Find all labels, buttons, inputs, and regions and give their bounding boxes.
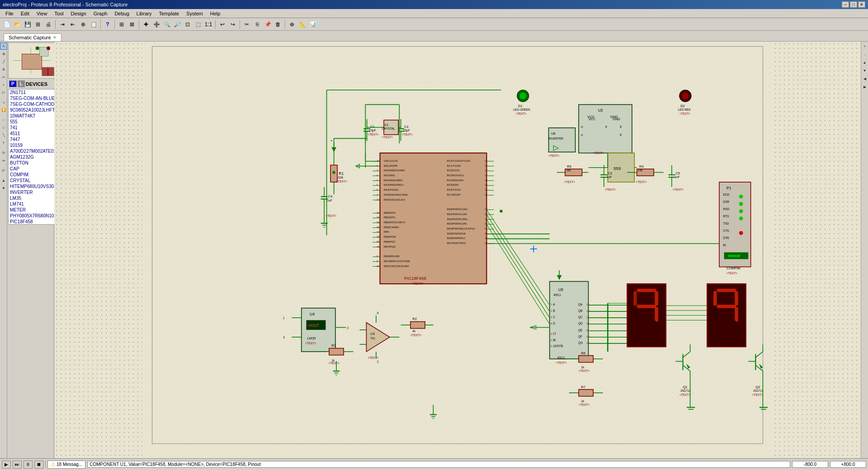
tb-open[interactable]: 📂: [12, 19, 22, 29]
device-item[interactable]: 555: [9, 119, 61, 125]
circle-tool[interactable]: ○: [0, 116, 7, 123]
step-button[interactable]: ⏭: [13, 461, 22, 469]
device-item[interactable]: CAP: [9, 166, 61, 172]
menu-debug[interactable]: Debug: [111, 10, 132, 17]
menu-tool[interactable]: Tool: [51, 10, 67, 17]
device-item[interactable]: 9C08052A1002JLHFT: [9, 107, 61, 113]
tb-grid1[interactable]: ⊞: [117, 19, 127, 29]
menu-template[interactable]: Template: [155, 10, 183, 17]
device-item[interactable]: LM741: [9, 201, 61, 207]
flip-tool[interactable]: ⇔: [0, 157, 7, 164]
tb-print[interactable]: 🖨: [43, 19, 53, 29]
device-item[interactable]: PHY0805X7R680N10: [9, 213, 61, 219]
text-tool[interactable]: T: [0, 139, 7, 146]
stop-button[interactable]: ⏹: [34, 461, 43, 469]
tb-zoom-in[interactable]: 🔍: [162, 19, 172, 29]
menu-help[interactable]: Help: [207, 10, 224, 17]
tb-zoom-all[interactable]: ⊡: [183, 19, 193, 29]
device-item[interactable]: HITEMP680U10VS30M: [9, 183, 61, 189]
device-item[interactable]: 7SEG-COM-CATHODE: [9, 101, 61, 107]
label-tool[interactable]: A: [0, 66, 7, 73]
move-down-tool[interactable]: ▼: [0, 184, 7, 192]
device-item[interactable]: INVERTER: [9, 189, 61, 195]
device-item[interactable]: 7SEG-COM-AN-BLUE: [9, 95, 61, 101]
device-item[interactable]: AGM1232G: [9, 154, 61, 160]
device-item[interactable]: BUTTON: [9, 160, 61, 166]
tb-help[interactable]: ?: [103, 19, 113, 29]
rt-pan-left[interactable]: ◀: [861, 75, 868, 82]
tb-import[interactable]: ⇥: [57, 19, 67, 29]
rt-pan-down[interactable]: ▼: [861, 67, 868, 74]
ground-tool[interactable]: ⏬: [0, 106, 7, 113]
device-list[interactable]: 2N1711 7SEG-COM-AN-BLUE 7SEG-COM-CATHODE…: [8, 89, 61, 225]
menu-library[interactable]: Library: [133, 10, 156, 17]
tb-redo[interactable]: ↪: [228, 19, 238, 29]
menu-graph[interactable]: Graph: [90, 10, 111, 17]
tb-cut[interactable]: ✂: [242, 19, 252, 29]
tb-zoom-out[interactable]: 🔎: [172, 19, 182, 29]
device-p-button[interactable]: P: [9, 80, 17, 87]
menu-edit[interactable]: Edit: [17, 10, 33, 17]
tb-copy2[interactable]: ⎘: [252, 19, 262, 29]
device-l-button[interactable]: L: [18, 80, 25, 87]
rotate-tool[interactable]: ↻: [0, 149, 7, 156]
tb-export[interactable]: ⇤: [68, 19, 78, 29]
line-tool[interactable]: ╲: [0, 132, 7, 139]
play-button[interactable]: ▶: [2, 461, 11, 469]
pause-button[interactable]: ⏸: [24, 461, 33, 469]
rt-zoom-out[interactable]: -: [861, 51, 868, 58]
junction-tool[interactable]: •: [0, 81, 7, 88]
rt-pan-right[interactable]: ▶: [861, 83, 868, 90]
device-item[interactable]: 7447: [9, 136, 61, 142]
tab-schematic-capture[interactable]: Schematic Capture ✕: [4, 33, 61, 41]
device-item[interactable]: CRYSTAL: [9, 178, 61, 183]
tb-zoom-100[interactable]: 1:1: [203, 19, 213, 29]
wire-tool[interactable]: ╱: [0, 58, 7, 65]
device-item[interactable]: 10WATT4K7: [9, 113, 61, 119]
rt-zoom-in[interactable]: +: [861, 42, 868, 50]
select-tool[interactable]: ↖: [0, 42, 7, 50]
device-item[interactable]: 10159: [9, 142, 61, 148]
bus-tool[interactable]: ═: [0, 73, 7, 80]
status-warnings[interactable]: ⚠ 18 Messag...: [47, 461, 85, 469]
menu-system[interactable]: System: [183, 10, 207, 17]
minimize-button[interactable]: ─: [842, 1, 849, 8]
device-item[interactable]: 2N1711: [9, 89, 61, 95]
menu-design[interactable]: Design: [67, 10, 90, 17]
tb-measure[interactable]: 📐: [297, 19, 307, 29]
tb-save-all[interactable]: ⊞: [33, 19, 43, 29]
tb-copy[interactable]: ⊕: [78, 19, 88, 29]
tb-zoom-area[interactable]: ⬚: [193, 19, 203, 29]
device-item[interactable]: A700D227M002ATE01...: [9, 148, 61, 154]
device-item[interactable]: PIC18F458: [9, 219, 61, 225]
tb-paste2[interactable]: 📌: [263, 19, 273, 29]
tb-paste[interactable]: 📋: [89, 19, 99, 29]
menu-view[interactable]: View: [33, 10, 51, 17]
power-tool[interactable]: ⏚: [0, 99, 7, 106]
schematic-canvas-area[interactable]: PIC18F458 <TEXT> OSC1/CLKI MCLR/VPP RA0/…: [54, 42, 861, 458]
tb-add-wire[interactable]: ✚: [141, 19, 151, 29]
tb-snap[interactable]: ⊕: [287, 19, 297, 29]
tb-add-bus[interactable]: ➕: [151, 19, 161, 29]
device-item[interactable]: COMPIM: [9, 172, 61, 178]
move-up-tool[interactable]: ▲: [0, 177, 7, 184]
tb-new[interactable]: 📄: [2, 19, 12, 29]
menu-file[interactable]: File: [2, 10, 17, 17]
device-item[interactable]: LM35: [9, 195, 61, 201]
schematic-canvas[interactable]: PIC18F458 <TEXT> OSC1/CLKI MCLR/VPP RA0/…: [54, 42, 861, 458]
tb-undo[interactable]: ↩: [217, 19, 227, 29]
tb-grid2[interactable]: ⊠: [127, 19, 137, 29]
close-button[interactable]: ✕: [858, 1, 865, 8]
tb-netlist[interactable]: 📊: [308, 19, 318, 29]
rt-pan-up[interactable]: ▲: [861, 59, 868, 66]
tb-save[interactable]: 💾: [23, 19, 33, 29]
device-item[interactable]: 741: [9, 125, 61, 131]
device-item[interactable]: METER: [9, 207, 61, 213]
device-item[interactable]: 4511: [9, 131, 61, 136]
tb-delete[interactable]: 🗑: [273, 19, 283, 29]
angle-tool[interactable]: 0°: [0, 167, 7, 174]
port-tool[interactable]: ▷: [0, 89, 7, 96]
restore-button[interactable]: □: [850, 1, 857, 8]
tab-close-button[interactable]: ✕: [53, 35, 57, 40]
component-tool[interactable]: ⊕: [0, 50, 7, 57]
